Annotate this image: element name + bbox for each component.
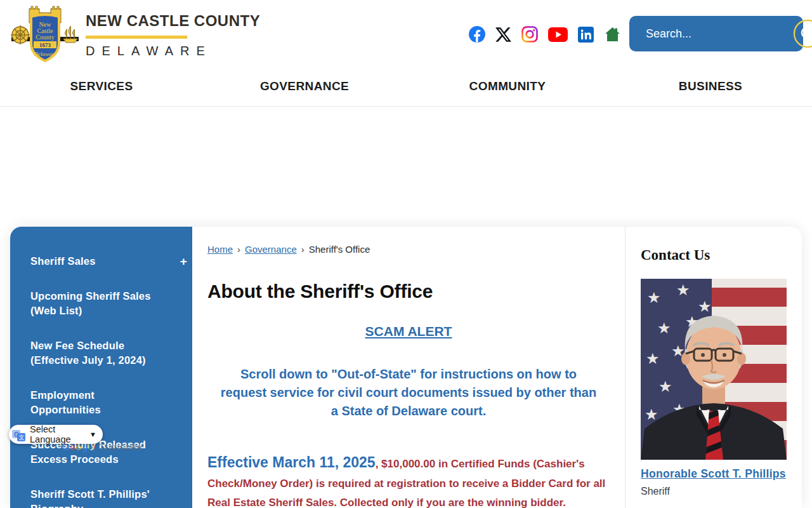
site-title: NEW CASTLE COUNTY	[86, 12, 260, 30]
x-twitter-icon[interactable]	[495, 27, 511, 43]
section-sidebar: Sheriff Sales + Upcoming Sheriff Sales (…	[10, 227, 192, 508]
gold-divider	[86, 36, 187, 39]
contact-heading: Contact Us	[641, 247, 787, 264]
breadcrumb-home[interactable]: Home	[207, 244, 233, 255]
site-subtitle: DELAWARE	[86, 44, 260, 58]
site-title-block: NEW CASTLE COUNTY DELAWARE	[86, 12, 260, 58]
sidebar-item-fee-schedule[interactable]: New Fee Schedule (Effective July 1, 2024…	[30, 338, 162, 368]
nav-item-services[interactable]: SERVICES	[0, 67, 203, 106]
nav-item-community[interactable]: COMMUNITY	[406, 67, 609, 106]
sheriff-role: Sheriff	[641, 486, 787, 497]
sheriff-name-link[interactable]: Honorable Scott T. Phillips	[641, 465, 786, 482]
language-select-label: Select Language	[30, 424, 85, 444]
expand-plus-icon[interactable]: +	[180, 254, 187, 269]
instagram-icon[interactable]	[521, 26, 538, 43]
county-seal-logo: New Castle County 1673 Delaware	[10, 4, 80, 64]
main-navigation: SERVICES GOVERNANCE COMMUNITY BUSINESS	[0, 67, 812, 107]
nav-item-governance[interactable]: GOVERNANCE	[203, 67, 406, 106]
contact-panel: Contact Us ★★★ ★★ ★★ ★★★	[625, 227, 802, 508]
sidebar-item-sheriff-sales[interactable]: Sheriff Sales +	[30, 254, 187, 269]
svg-text:★: ★	[645, 406, 658, 423]
svg-text:★: ★	[658, 378, 672, 395]
social-links	[469, 25, 621, 44]
breadcrumb-current: Sheriff's Office	[309, 244, 370, 255]
content-card: Sheriff Sales + Upcoming Sheriff Sales (…	[10, 227, 802, 508]
breadcrumb-governance[interactable]: Governance	[245, 244, 297, 255]
breadcrumb-separator: ›	[233, 244, 245, 255]
svg-text:★: ★	[657, 319, 671, 337]
scam-alert-row: SCAM ALERT	[207, 324, 610, 339]
svg-text:★: ★	[676, 281, 690, 298]
main-content: Home›Governance›Sheriff's Office About t…	[192, 227, 625, 508]
svg-text:文: 文	[19, 434, 25, 441]
hero-spacer	[0, 107, 812, 227]
linkedin-icon[interactable]	[578, 27, 594, 43]
breadcrumb-separator: ›	[297, 244, 309, 255]
search-input[interactable]	[629, 27, 793, 41]
svg-text:★: ★	[646, 350, 660, 367]
facebook-icon[interactable]	[469, 26, 485, 43]
logo-text-county: County	[36, 34, 54, 41]
sidebar-item-label: Sheriff Sales	[30, 254, 96, 269]
nextdoor-home-icon[interactable]	[604, 26, 621, 43]
sidebar-item-upcoming-sales[interactable]: Upcoming Sheriff Sales (Web List)	[30, 289, 162, 318]
language-select[interactable]: G 文 Select Language ▼	[9, 425, 103, 444]
chevron-down-icon: ▼	[89, 431, 96, 438]
logo-text-state: Delaware	[33, 51, 56, 57]
scam-alert-link[interactable]: SCAM ALERT	[365, 324, 452, 338]
site-header: New Castle County 1673 Delaware NEW CAST…	[0, 0, 812, 67]
out-of-state-notice: Scroll down to "Out-of-State" for instru…	[218, 365, 599, 420]
ship-wheel-icon	[11, 25, 30, 44]
youtube-icon[interactable]	[548, 27, 568, 42]
google-translate-icon: G 文	[12, 428, 25, 441]
sailing-ship-icon	[63, 26, 77, 43]
logo-text-year: 1673	[39, 42, 51, 48]
sidebar-item-sheriff-biography[interactable]: Sheriff Scott T. Phillips' Biography	[30, 487, 162, 508]
nav-item-business[interactable]: BUSINESS	[609, 67, 812, 106]
svg-text:★: ★	[647, 289, 661, 306]
sheriff-photo: ★★★ ★★ ★★ ★★★	[641, 279, 787, 460]
search-button[interactable]	[793, 19, 812, 48]
search-icon	[793, 19, 812, 48]
search-box	[629, 16, 803, 51]
page-title: About the Sheriff's Office	[207, 281, 610, 302]
sidebar-item-employment[interactable]: Employment Opportunities	[30, 388, 162, 417]
effective-notice: Effective March 11, 2025, $10,000.00 in …	[207, 453, 610, 508]
effective-date: Effective March 11, 2025	[207, 454, 376, 471]
translate-wordmark: Translate	[99, 441, 143, 452]
breadcrumb: Home›Governance›Sheriff's Office	[207, 244, 610, 255]
svg-text:★: ★	[698, 298, 712, 315]
